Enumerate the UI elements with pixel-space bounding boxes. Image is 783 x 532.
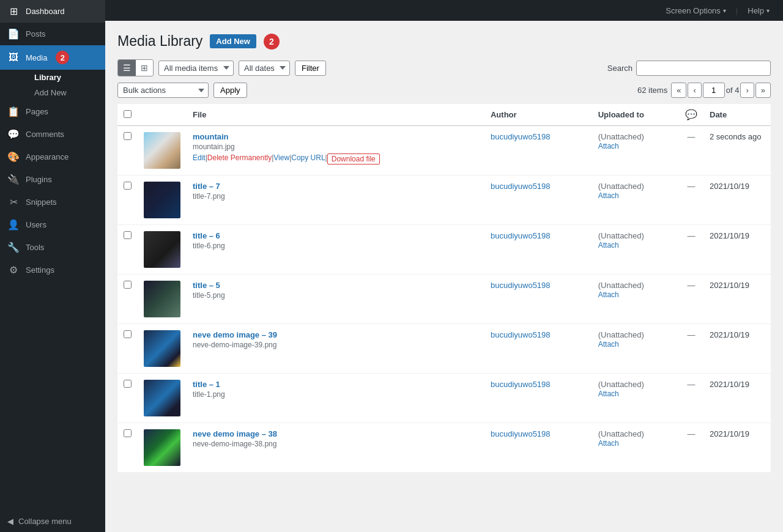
- author-link[interactable]: bucudiyuwo5198: [491, 380, 551, 389]
- attach-link[interactable]: Attach: [598, 241, 619, 249]
- attach-link[interactable]: Attach: [598, 390, 619, 398]
- select-all-checkbox[interactable]: [124, 110, 132, 118]
- row-checkbox[interactable]: [124, 182, 132, 190]
- items-count: 62 items: [637, 86, 667, 95]
- delete-link[interactable]: Delete Permanently: [207, 153, 272, 164]
- wp-topbar: Screen Options ▾ | Help ▾: [105, 0, 783, 21]
- sidebar-item-posts[interactable]: 📄 Posts: [0, 23, 105, 45]
- download-file-button[interactable]: Download file: [327, 153, 380, 164]
- file-title-link[interactable]: title – 5: [193, 281, 220, 290]
- bulk-actions-select[interactable]: Bulk actions Delete Permanently: [117, 83, 209, 98]
- date-cell: 2021/10/19: [703, 324, 771, 374]
- row-checkbox[interactable]: [124, 330, 132, 338]
- appearance-icon: 🎨: [7, 151, 20, 163]
- sidebar-item-pages[interactable]: 📋 Pages: [0, 100, 105, 123]
- thumb-cell: [138, 126, 187, 175]
- media-type-filter[interactable]: All media items Images Audio Video Docum…: [158, 61, 234, 76]
- date-header[interactable]: Date: [703, 104, 771, 126]
- sidebar-item-users[interactable]: 👤 Users: [0, 213, 105, 236]
- comment-dash: —: [688, 281, 696, 290]
- author-header[interactable]: Author: [484, 104, 592, 126]
- search-input[interactable]: [636, 61, 771, 76]
- uploaded-to-cell: (Unattached) Attach: [592, 275, 679, 324]
- sidebar-sub-library[interactable]: Library: [27, 70, 105, 85]
- attach-link[interactable]: Attach: [598, 191, 619, 200]
- file-title-link[interactable]: title – 1: [193, 380, 220, 389]
- screen-options-button[interactable]: Screen Options ▾: [659, 4, 732, 18]
- file-cell: title – 6 title-6.png Edit | Delete Perm…: [187, 225, 484, 275]
- sidebar-item-media[interactable]: 🖼 Media 2: [0, 45, 105, 70]
- unattached-label: (Unattached): [598, 281, 644, 290]
- help-button[interactable]: Help ▾: [741, 4, 776, 18]
- comment-dash: —: [688, 429, 696, 438]
- author-link[interactable]: bucudiyuwo5198: [491, 281, 551, 290]
- date-filter[interactable]: All dates 2021/10: [239, 61, 290, 76]
- search-label: Search: [607, 64, 633, 73]
- sidebar-item-label: Users: [26, 220, 46, 229]
- add-new-button[interactable]: Add New: [210, 34, 256, 48]
- next-page-button[interactable]: ›: [740, 83, 754, 98]
- file-cell: neve demo image – 39 neve-demo-image-39.…: [187, 324, 484, 374]
- attach-link[interactable]: Attach: [598, 142, 619, 150]
- sidebar-item-appearance[interactable]: 🎨 Appearance: [0, 146, 105, 168]
- list-view-button[interactable]: ☰: [118, 60, 136, 76]
- table-row: neve demo image – 38 neve-demo-image-38.…: [117, 423, 771, 473]
- main-body: Media Library Add New 2 ☰ ⊞ All media it…: [105, 21, 783, 532]
- sidebar-arrow: [100, 53, 105, 62]
- comment-cell: —: [679, 126, 703, 175]
- view-link[interactable]: View: [273, 153, 289, 164]
- attach-link[interactable]: Attach: [598, 439, 619, 448]
- thumb-cell: [138, 225, 187, 275]
- attach-link[interactable]: Attach: [598, 290, 619, 299]
- file-title-link[interactable]: mountain: [193, 132, 229, 141]
- first-page-button[interactable]: «: [671, 83, 686, 98]
- sidebar-item-comments[interactable]: 💬 Comments: [0, 123, 105, 146]
- sidebar-item-dashboard[interactable]: ⊞ Dashboard: [0, 0, 105, 23]
- author-link[interactable]: bucudiyuwo5198: [491, 429, 551, 438]
- sidebar-item-snippets[interactable]: ✂ Snippets: [0, 191, 105, 213]
- unattached-label: (Unattached): [598, 132, 644, 141]
- row-checkbox[interactable]: [124, 132, 132, 140]
- file-title-link[interactable]: title – 7: [193, 182, 220, 191]
- select-all-header: [117, 104, 138, 126]
- page-number-input[interactable]: [703, 83, 725, 98]
- file-name: neve-demo-image-39.png: [193, 341, 478, 349]
- filter-button[interactable]: Filter: [295, 61, 326, 76]
- author-link[interactable]: bucudiyuwo5198: [491, 182, 551, 191]
- row-checkbox[interactable]: [124, 380, 132, 388]
- comment-cell: —: [679, 423, 703, 473]
- sidebar-item-settings[interactable]: ⚙ Settings: [0, 259, 105, 281]
- date-value: 2021/10/19: [710, 281, 749, 290]
- file-title-link[interactable]: title – 6: [193, 231, 220, 240]
- author-link[interactable]: bucudiyuwo5198: [491, 132, 551, 141]
- prev-page-button[interactable]: ‹: [688, 83, 701, 98]
- comment-header: 💬: [679, 104, 703, 126]
- pagination-area: 62 items « ‹ of 4 › »: [637, 83, 771, 98]
- sidebar-item-plugins[interactable]: 🔌 Plugins: [0, 168, 105, 191]
- settings-icon: ⚙: [7, 264, 20, 276]
- collapse-menu[interactable]: ◀ Collapse menu: [0, 511, 105, 532]
- apply-button[interactable]: Apply: [213, 83, 247, 98]
- sidebar-item-label: Dashboard: [26, 7, 65, 16]
- row-checkbox[interactable]: [124, 231, 132, 239]
- copy-url-link[interactable]: Copy URL: [291, 153, 325, 164]
- file-name: title-6.png: [193, 242, 478, 250]
- search-area: Search: [607, 61, 771, 76]
- author-link[interactable]: bucudiyuwo5198: [491, 231, 551, 240]
- attach-link[interactable]: Attach: [598, 340, 619, 349]
- row-checkbox[interactable]: [124, 429, 132, 437]
- file-title-link[interactable]: neve demo image – 38: [193, 429, 277, 438]
- edit-link[interactable]: Edit: [193, 153, 206, 164]
- file-title-link[interactable]: neve demo image – 39: [193, 330, 277, 339]
- sidebar-item-tools[interactable]: 🔧 Tools: [0, 236, 105, 259]
- sidebar-item-label: Settings: [26, 265, 54, 275]
- comment-dash: —: [688, 182, 696, 191]
- sidebar-sub-add-new[interactable]: Add New: [27, 85, 105, 100]
- author-link[interactable]: bucudiyuwo5198: [491, 330, 551, 339]
- file-name-header[interactable]: File: [187, 104, 484, 126]
- grid-view-button[interactable]: ⊞: [136, 60, 153, 76]
- last-page-button[interactable]: »: [755, 83, 771, 98]
- row-checkbox[interactable]: [124, 281, 132, 289]
- uploaded-to-header[interactable]: Uploaded to: [592, 104, 679, 126]
- sidebar-item-label: Comments: [26, 130, 64, 139]
